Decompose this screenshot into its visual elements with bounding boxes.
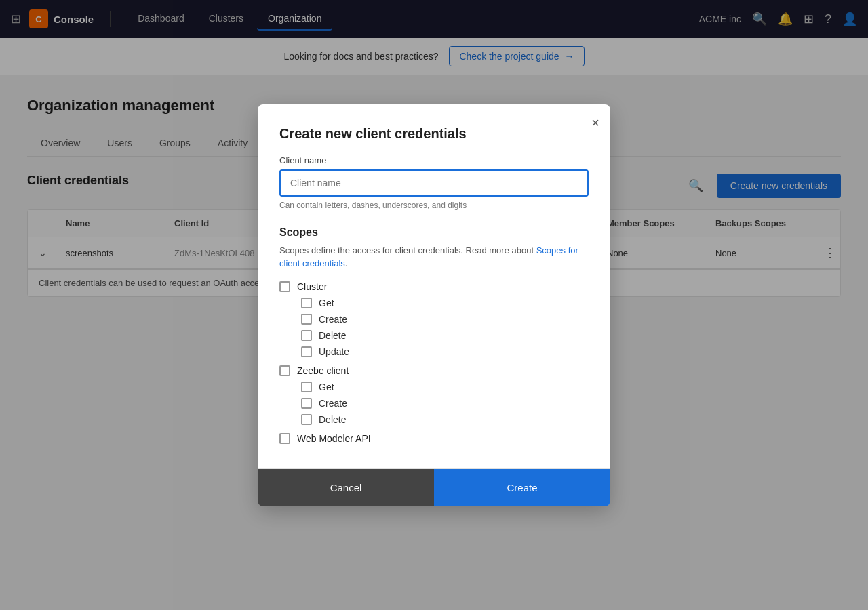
modal-footer: Cancel Create [258,468,610,506]
scope-zeebe-get: Get [301,382,589,392]
scope-cluster-get-checkbox[interactable] [301,298,312,308]
modal-title: Create new client credentials [279,126,589,142]
modal-close-button[interactable]: × [591,115,599,131]
modal-overlay: Create new client credentials × Client n… [0,0,868,610]
scope-cluster-create-checkbox[interactable] [301,314,312,325]
scope-webmodeler-label: Web Modeler API [297,433,371,444]
scope-zeebe-delete: Delete [301,414,589,425]
scope-zeebe-create-checkbox[interactable] [301,398,312,409]
scope-cluster-update-checkbox[interactable] [301,346,312,357]
scope-cluster-delete: Delete [301,330,589,341]
scope-cluster-update: Update [301,346,589,357]
scope-zeebe-get-checkbox[interactable] [301,382,312,392]
client-name-label: Client name [279,155,589,165]
scope-cluster-get: Get [301,298,589,308]
scope-cluster-parent: Cluster [279,281,589,292]
scope-cluster-create: Create [301,314,589,325]
scope-zeebe-delete-checkbox[interactable] [301,414,312,425]
modal-body: Create new client credentials × Client n… [258,104,610,468]
scope-cluster-checkbox[interactable] [279,281,290,292]
scope-webmodeler-checkbox[interactable] [279,433,290,444]
scope-group-cluster: Cluster Get Create Delete [279,281,589,357]
scope-group-zeebe: Zeebe client Get Create Delete [279,365,589,425]
create-button[interactable]: Create [434,469,610,506]
scope-group-webmodeler: Web Modeler API [279,433,589,444]
scopes-title: Scopes [279,226,589,239]
client-name-input[interactable] [279,169,589,197]
cancel-button[interactable]: Cancel [258,469,434,506]
scope-zeebe-checkbox[interactable] [279,365,290,376]
scopes-description: Scopes define the access for client cred… [279,244,589,270]
scope-zeebe-create: Create [301,398,589,409]
client-name-hint: Can contain letters, dashes, underscores… [279,201,589,210]
scope-cluster-label: Cluster [297,281,327,292]
scope-webmodeler-parent: Web Modeler API [279,433,589,444]
scope-zeebe-parent: Zeebe client [279,365,589,376]
scope-cluster-children: Get Create Delete Update [301,298,589,357]
scope-zeebe-children: Get Create Delete [301,382,589,425]
create-credentials-modal: Create new client credentials × Client n… [258,104,610,506]
scope-zeebe-label: Zeebe client [297,365,349,376]
scope-cluster-delete-checkbox[interactable] [301,330,312,341]
